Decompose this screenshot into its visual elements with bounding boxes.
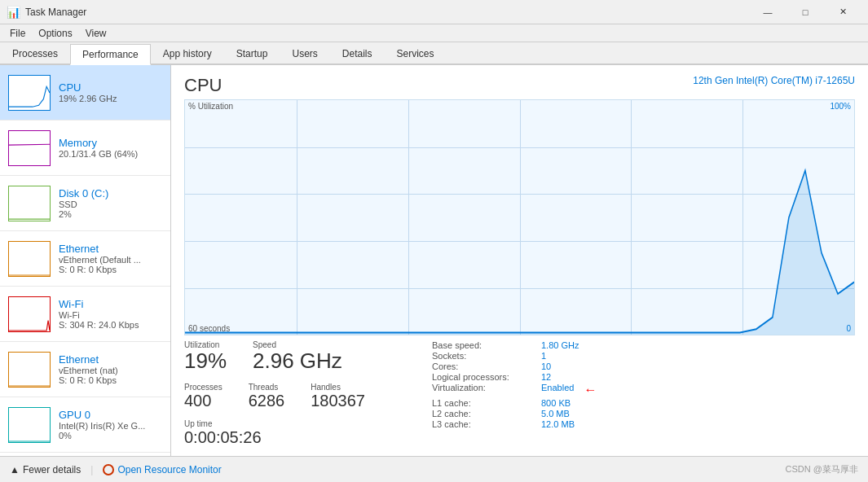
content-panel: CPU 12th Gen Intel(R) Core(TM) i7-1265U … bbox=[171, 65, 868, 456]
threads-block: Threads 6286 bbox=[249, 383, 285, 410]
processes-block: Processes 400 bbox=[184, 383, 223, 410]
tab-performance[interactable]: Performance bbox=[70, 44, 151, 65]
processes-value: 400 bbox=[184, 392, 223, 410]
proc-threads-handles-row: Processes 400 Threads 6286 Handles 18036… bbox=[184, 383, 412, 410]
cpu-label: CPU bbox=[59, 81, 162, 94]
cores-val: 10 bbox=[541, 362, 551, 371]
l1-item: L1 cache: 800 KB bbox=[432, 398, 597, 408]
utilization-value: 19% bbox=[184, 349, 227, 373]
sidebar-item-disk[interactable]: Disk 0 (C:) SSD 2% bbox=[0, 176, 170, 231]
utilization-block: Utilization 19% bbox=[184, 340, 227, 373]
wifi-thumbnail bbox=[8, 296, 51, 332]
content-subtitle: 12th Gen Intel(R) Core(TM) i7-1265U bbox=[693, 75, 855, 86]
menu-file[interactable]: File bbox=[3, 26, 32, 41]
sockets-val: 1 bbox=[541, 351, 546, 361]
disk-sub: SSD bbox=[59, 199, 162, 209]
fewer-details-label: Fewer details bbox=[23, 464, 81, 475]
memory-stat: 20.1/31.4 GB (64%) bbox=[59, 149, 162, 159]
base-speed-item: Base speed: 1.80 GHz bbox=[432, 340, 597, 350]
logical-item: Logical processors: 12 bbox=[432, 372, 597, 382]
window-title: Task Manager bbox=[25, 7, 749, 18]
cpu-stat: 19% 2.96 GHz bbox=[59, 94, 162, 103]
ethernet2-sub: vEthernet (nat) bbox=[59, 366, 162, 375]
ethernet1-info: Ethernet vEthernet (Default ... S: 0 R: … bbox=[59, 243, 162, 274]
l2-val: 5.0 MB bbox=[541, 409, 570, 418]
tab-startup[interactable]: Startup bbox=[224, 42, 280, 64]
menu-options[interactable]: Options bbox=[32, 26, 78, 41]
watermark: CSDN @菜马厚非 bbox=[786, 463, 858, 475]
menu-view[interactable]: View bbox=[79, 26, 113, 41]
main-area: CPU 19% 2.96 GHz Memory 20.1/31.4 GB (64… bbox=[0, 65, 868, 456]
threads-value: 6286 bbox=[249, 392, 285, 410]
sidebar-item-memory[interactable]: Memory 20.1/31.4 GB (64%) bbox=[0, 120, 170, 176]
wifi-info: Wi-Fi Wi-Fi S: 304 R: 24.0 Kbps bbox=[59, 298, 162, 330]
wifi-label: Wi-Fi bbox=[59, 298, 162, 310]
util-speed-row: Utilization 19% Speed 2.96 GHz bbox=[184, 340, 412, 373]
sidebar-item-ethernet2[interactable]: Ethernet vEthernet (nat) S: 0 R: 0 Kbps bbox=[0, 342, 170, 397]
cores-item: Cores: 10 bbox=[432, 362, 597, 371]
sidebar-item-gpu[interactable]: GPU 0 Intel(R) Iris(R) Xe G... 0% bbox=[0, 397, 170, 453]
fewer-details-button[interactable]: ▲ Fewer details bbox=[10, 464, 81, 475]
ethernet1-label: Ethernet bbox=[59, 243, 162, 255]
uptime-label: Up time bbox=[184, 419, 412, 428]
ethernet2-stat: S: 0 R: 0 Kbps bbox=[59, 375, 162, 385]
titlebar: 📊 Task Manager — □ ✕ bbox=[0, 0, 868, 24]
close-button[interactable]: ✕ bbox=[824, 0, 861, 24]
tab-details[interactable]: Details bbox=[330, 42, 385, 64]
sidebar-item-wifi[interactable]: Wi-Fi Wi-Fi S: 304 R: 24.0 Kbps bbox=[0, 287, 170, 342]
wifi-stat: S: 304 R: 24.0 Kbps bbox=[59, 320, 162, 330]
ethernet2-thumbnail bbox=[8, 352, 51, 388]
gpu-stat: 0% bbox=[59, 431, 162, 440]
tab-services[interactable]: Services bbox=[385, 42, 447, 64]
disk-label: Disk 0 (C:) bbox=[59, 187, 162, 199]
disk-thumbnail bbox=[8, 186, 51, 221]
l1-val: 800 KB bbox=[541, 398, 571, 408]
ethernet2-label: Ethernet bbox=[59, 353, 162, 366]
svg-marker-0 bbox=[185, 171, 854, 335]
handles-label: Handles bbox=[311, 383, 365, 392]
cpu-chart: % Utilization 100% 60 seconds 0 bbox=[184, 99, 855, 335]
chart-svg bbox=[185, 100, 854, 335]
logical-key: Logical processors: bbox=[432, 372, 538, 382]
tab-users[interactable]: Users bbox=[280, 42, 329, 64]
sockets-key: Sockets: bbox=[432, 351, 538, 361]
tab-processes[interactable]: Processes bbox=[0, 42, 70, 64]
maximize-button[interactable]: □ bbox=[786, 0, 824, 24]
wifi-sub: Wi-Fi bbox=[59, 310, 162, 320]
stats-left: Utilization 19% Speed 2.96 GHz Processes… bbox=[184, 340, 412, 446]
cores-key: Cores: bbox=[432, 362, 538, 371]
menubar: File Options View bbox=[0, 24, 868, 42]
sockets-item: Sockets: 1 bbox=[432, 351, 597, 361]
sidebar-item-ethernet1[interactable]: Ethernet vEthernet (Default ... S: 0 R: … bbox=[0, 231, 170, 287]
virt-key: Virtualization: bbox=[432, 383, 538, 397]
content-header: CPU 12th Gen Intel(R) Core(TM) i7-1265U bbox=[184, 75, 855, 96]
base-speed-key: Base speed: bbox=[432, 340, 538, 350]
separator: | bbox=[90, 464, 93, 475]
l3-key: L3 cache: bbox=[432, 419, 538, 429]
uptime-block: Up time 0:00:05:26 bbox=[184, 419, 412, 446]
gpu-label: GPU 0 bbox=[59, 409, 162, 421]
content-title: CPU bbox=[184, 75, 222, 96]
processes-label: Processes bbox=[184, 383, 223, 392]
resource-icon bbox=[103, 464, 114, 475]
memory-info: Memory 20.1/31.4 GB (64%) bbox=[59, 137, 162, 159]
minimize-button[interactable]: — bbox=[749, 0, 786, 24]
bottombar-left: ▲ Fewer details | Open Resource Monitor bbox=[10, 464, 222, 475]
sidebar-item-cpu[interactable]: CPU 19% 2.96 GHz bbox=[0, 65, 170, 120]
arrow-icon: ← bbox=[584, 383, 597, 397]
app-icon: 📊 bbox=[7, 6, 20, 19]
speed-block: Speed 2.96 GHz bbox=[253, 340, 342, 373]
open-resource-button[interactable]: Open Resource Monitor bbox=[103, 464, 221, 475]
gpu-sub: Intel(R) Iris(R) Xe G... bbox=[59, 421, 162, 431]
l2-item: L2 cache: 5.0 MB bbox=[432, 409, 597, 418]
chevron-up-icon: ▲ bbox=[10, 464, 20, 475]
ethernet1-sub: vEthernet (Default ... bbox=[59, 255, 162, 265]
tab-app-history[interactable]: App history bbox=[151, 42, 224, 64]
virt-item: Virtualization: Enabled ← bbox=[432, 383, 597, 397]
chart-bottom-value: 0 bbox=[846, 324, 851, 333]
ethernet1-thumbnail bbox=[8, 241, 51, 277]
disk-stat: 2% bbox=[59, 209, 162, 219]
l1-key: L1 cache: bbox=[432, 398, 538, 408]
l3-val: 12.0 MB bbox=[541, 419, 575, 429]
threads-label: Threads bbox=[249, 383, 285, 392]
